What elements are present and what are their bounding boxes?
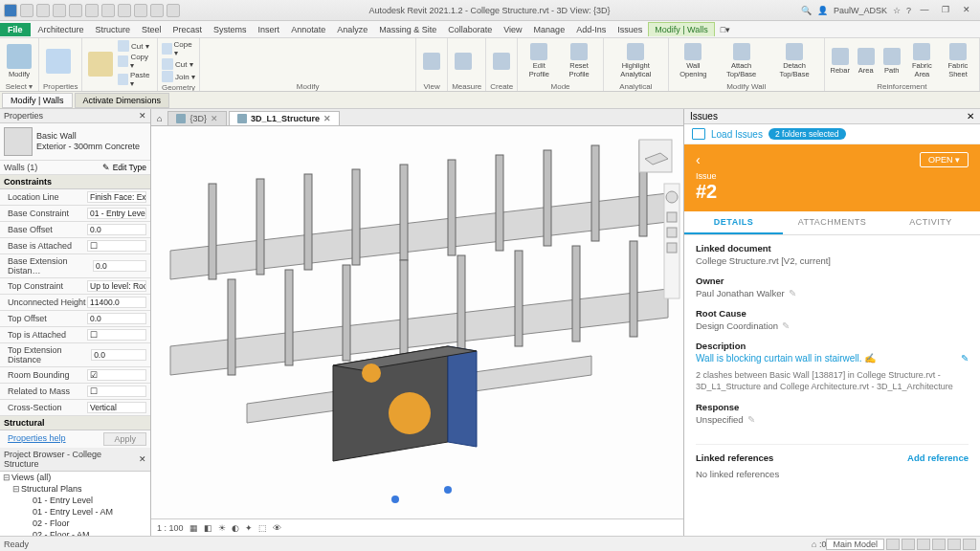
properties-panel-header[interactable]: Properties✕: [0, 109, 150, 123]
status-icon[interactable]: [917, 539, 930, 550]
reset-profile-button[interactable]: Reset Profile: [559, 40, 599, 81]
trim-icon[interactable]: [250, 40, 263, 54]
close-button[interactable]: ✕: [959, 4, 974, 17]
property-row[interactable]: Base is Attached☐: [0, 238, 150, 254]
property-row[interactable]: Room Bounding☑: [0, 367, 150, 384]
qat-redo-icon[interactable]: [85, 4, 99, 17]
help-icon[interactable]: ?: [906, 6, 911, 15]
tree-item[interactable]: ⊟Views (all): [0, 472, 150, 483]
status-icon[interactable]: [902, 539, 915, 550]
property-row[interactable]: Top is Attached☐: [0, 327, 150, 343]
property-row[interactable]: Top Offset0.0: [0, 311, 150, 327]
favorites-icon[interactable]: ☆: [893, 6, 901, 15]
hide-icon[interactable]: 👁: [273, 523, 281, 533]
scale-label[interactable]: 1 : 100: [157, 523, 184, 533]
tab-massing[interactable]: Massing & Site: [373, 23, 442, 36]
properties-button[interactable]: [43, 40, 74, 81]
qat-measure-icon[interactable]: [118, 4, 131, 17]
description-input[interactable]: Wall is blocking curtain wall in stairwe…: [696, 353, 969, 364]
property-value[interactable]: 01 - Entry Level: [87, 208, 146, 219]
structural-header[interactable]: Structural: [0, 416, 150, 430]
optbar-context[interactable]: Modify | Walls: [2, 93, 73, 108]
attach-button[interactable]: Attach Top/Base: [717, 40, 766, 81]
3d-viewport[interactable]: [151, 126, 683, 518]
qat-align-icon[interactable]: [134, 4, 147, 17]
expander-icon[interactable]: ⊟: [2, 473, 11, 482]
maximize-button[interactable]: ❐: [938, 4, 953, 17]
project-browser-tree[interactable]: ⊟Views (all)⊟Structural Plans01 - Entry …: [0, 472, 150, 536]
home-icon[interactable]: ⌂: [153, 112, 166, 125]
join-button[interactable]: Join ▾: [162, 71, 195, 82]
property-value[interactable]: ☐: [87, 329, 146, 341]
tab-insert[interactable]: Insert: [253, 23, 286, 36]
qat-tag-icon[interactable]: [150, 4, 164, 17]
pin-icon[interactable]: [342, 40, 355, 54]
property-value[interactable]: 0.0: [87, 313, 146, 324]
close-icon[interactable]: ✕: [139, 454, 146, 464]
tab-annotate[interactable]: Annotate: [285, 23, 331, 36]
scale-icon[interactable]: [326, 40, 340, 54]
tab-analyze[interactable]: Analyze: [331, 23, 373, 36]
property-value[interactable]: 0.0: [87, 224, 146, 235]
open-status-button[interactable]: OPEN ▾: [920, 152, 969, 167]
user-name[interactable]: PaulW_ADSK: [834, 6, 887, 15]
add-reference-button[interactable]: Add reference: [907, 452, 969, 463]
property-row[interactable]: Unconnected Height11400.0: [0, 295, 150, 311]
tab-modify-walls[interactable]: Modify | Walls: [648, 22, 715, 36]
load-issues-link[interactable]: Load Issues: [711, 129, 763, 140]
load-issues-row[interactable]: Load Issues 2 folders selected: [684, 124, 980, 144]
tab-manage[interactable]: Manage: [528, 23, 571, 36]
close-icon[interactable]: ✕: [211, 114, 218, 123]
property-row[interactable]: Top ConstraintUp to level: Roof: [0, 278, 150, 295]
close-icon[interactable]: ✕: [967, 111, 974, 121]
paste-button[interactable]: [86, 40, 115, 88]
mirror-icon[interactable]: [296, 40, 309, 54]
edit-type-button[interactable]: ✎ Edit Type: [102, 163, 146, 172]
qat-save-icon[interactable]: [36, 4, 50, 17]
modify-button[interactable]: Modify: [4, 40, 34, 81]
view-tab-structure[interactable]: 3D_L1_Structure✕: [229, 111, 340, 125]
render-icon[interactable]: ✦: [245, 523, 253, 533]
property-row[interactable]: Base Extension Distan…0.0: [0, 254, 150, 278]
qat-undo-icon[interactable]: [69, 4, 82, 17]
tab-systems[interactable]: Systems: [208, 23, 253, 36]
match-button[interactable]: Paste ▾: [118, 71, 153, 88]
tab-issues[interactable]: Issues: [612, 23, 648, 36]
tree-item[interactable]: 01 - Entry Level: [0, 495, 150, 506]
property-row[interactable]: Related to Mass☐: [0, 384, 150, 400]
edit-profile-button[interactable]: Edit Profile: [522, 40, 556, 81]
cutgeom-button[interactable]: Cut ▾: [162, 58, 195, 70]
status-icon[interactable]: [886, 539, 900, 550]
file-tab[interactable]: File: [0, 23, 31, 36]
tab-attachments[interactable]: ATTACHMENTS: [783, 211, 881, 234]
crop-icon[interactable]: ⬚: [258, 523, 267, 533]
edit-icon[interactable]: ✎: [782, 320, 790, 331]
fabric-area-button[interactable]: Fabric Area: [906, 40, 938, 81]
fabric-sheet-button[interactable]: Fabric Sheet: [941, 40, 975, 81]
tree-item[interactable]: ⊟Structural Plans: [0, 483, 150, 495]
rotate-icon[interactable]: [234, 40, 248, 54]
tree-item[interactable]: 01 - Entry Level - AM: [0, 506, 150, 518]
tab-steel[interactable]: Steel: [136, 23, 167, 36]
tab-structure[interactable]: Structure: [90, 23, 137, 36]
main-model-dropdown[interactable]: Main Model: [826, 539, 884, 550]
shadows-icon[interactable]: ◐: [232, 523, 239, 533]
tab-details[interactable]: DETAILS: [684, 211, 783, 234]
qat-print-icon[interactable]: [101, 4, 115, 17]
property-row[interactable]: Top Extension Distance0.0: [0, 343, 150, 367]
rebar-button[interactable]: Rebar: [829, 40, 852, 81]
expander-icon[interactable]: ⊟: [11, 484, 21, 494]
sunpath-icon[interactable]: ☀: [218, 523, 226, 533]
property-value[interactable]: 0.0: [93, 260, 146, 272]
view-tab-3d[interactable]: {3D}✕: [167, 111, 227, 125]
cut-button[interactable]: Cut ▾: [118, 40, 153, 52]
edit-icon[interactable]: ✎: [961, 353, 969, 364]
close-icon[interactable]: ✕: [139, 111, 146, 121]
tab-activity[interactable]: ACTIVITY: [881, 211, 980, 234]
apply-button[interactable]: Apply: [103, 432, 146, 446]
splitgap-icon[interactable]: [219, 55, 233, 69]
activate-dimensions-button[interactable]: Activate Dimensions: [75, 93, 170, 108]
property-value[interactable]: ☐: [87, 386, 146, 397]
property-row[interactable]: Cross-SectionVertical: [0, 400, 150, 416]
cope-button[interactable]: Cope ▾: [162, 40, 195, 57]
